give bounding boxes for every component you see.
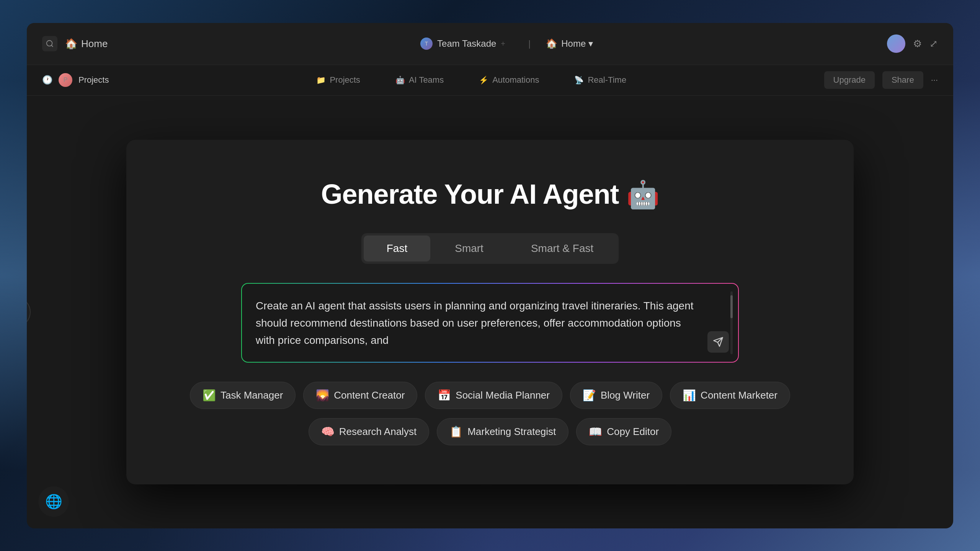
nav-tabs: 📁 Projects 🤖 AI Teams ⚡ Automations 📡 Re… [138,73,805,87]
chip-social-media-planner[interactable]: 📅 Social Media Planner [425,382,562,409]
top-bar: 🏠 Home T Team Taskade + | 🏠 Home ▾ ⚙ ⤢ [27,23,953,65]
team-avatar: T [420,38,433,50]
nav-tab-projects[interactable]: 📁 Projects [310,73,366,87]
team-name: Team Taskade [437,38,496,49]
home-tab[interactable]: 🏠 Home ▾ [546,38,593,49]
user-avatar[interactable] [887,34,905,53]
page-title-text: Generate Your AI Agent [321,179,619,209]
top-bar-left: 🏠 Home [42,36,119,51]
chip-copy-editor[interactable]: 📖 Copy Editor [576,418,671,445]
chip-blog-writer-label: Blog Writer [601,389,650,401]
chip-copy-editor-label: Copy Editor [607,426,659,438]
robot-emoji: 🤖 [626,180,659,209]
share-button[interactable]: Share [882,71,923,89]
chip-blog-writer-icon: 📝 [583,389,596,402]
send-button[interactable] [707,331,729,353]
mode-tab-smart[interactable]: Smart [432,235,506,262]
sidebar-nav: 🕐 P Projects [42,73,119,87]
nav-tab-automations[interactable]: ⚡ Automations [473,73,545,87]
main-content: 🌐 Generate Your AI Agent 🤖 Fast Smart Sm… [27,96,953,528]
share-label: Share [892,75,914,85]
modal-card: Generate Your AI Agent 🤖 Fast Smart Smar… [126,140,854,484]
chip-social-media-label: Social Media Planner [456,389,550,401]
nav-tab-projects-label: Projects [330,75,360,85]
mode-tab-smart-fast[interactable]: Smart & Fast [508,235,616,262]
search-icon[interactable] [42,36,57,51]
chip-content-creator[interactable]: 🌄 Content Creator [303,382,417,409]
sidebar-globe-icon[interactable]: 🌐 [27,297,31,327]
prompt-textarea[interactable] [242,284,738,360]
prompt-wrapper [241,283,739,363]
plus-icon: + [501,39,505,48]
bottom-globe-icon[interactable]: 🌐 [38,486,69,517]
projects-icon: 📁 [316,75,326,85]
chip-content-marketer-label: Content Marketer [701,389,777,401]
chip-content-marketer-icon: 📊 [683,389,696,402]
chip-marketing-icon: 📋 [449,425,463,438]
upgrade-button[interactable]: Upgrade [824,71,875,89]
chip-copy-editor-icon: 📖 [589,425,602,438]
home-tab-label: Home ▾ [561,38,593,49]
settings-icon[interactable]: ⚙ [913,38,922,50]
scrollbar-thumb [730,295,733,318]
chips-row-1: ✅ Task Manager 🌄 Content Creator 📅 Socia… [190,382,790,409]
projects-label[interactable]: Projects [78,75,109,85]
nav-tab-realtime[interactable]: 📡 Real-Time [568,73,632,87]
chip-research-analyst[interactable]: 🧠 Research Analyst [309,418,429,445]
page-title: Generate Your AI Agent 🤖 [321,178,659,210]
home-icon: 🏠 [65,38,77,50]
nav-tab-ai-teams-label: AI Teams [409,75,444,85]
top-bar-center: T Team Taskade + | 🏠 Home ▾ [130,34,875,53]
chip-marketing-label: Marketing Strategist [467,426,556,438]
svg-point-0 [47,41,52,46]
chip-content-creator-icon: 🌄 [316,389,329,402]
automations-icon: ⚡ [479,75,488,85]
chip-social-media-icon: 📅 [438,389,451,402]
nav-tab-automations-label: Automations [492,75,539,85]
chip-task-manager-label: Task Manager [220,389,283,401]
clock-icon: 🕐 [42,75,52,85]
chip-blog-writer[interactable]: 📝 Blog Writer [570,382,662,409]
chips-row-2: 🧠 Research Analyst 📋 Marketing Strategis… [309,418,671,445]
ai-teams-icon: 🤖 [395,75,405,85]
nav-tab-ai-teams[interactable]: 🤖 AI Teams [389,73,450,87]
nav-tab-realtime-label: Real-Time [588,75,626,85]
mode-tab-fast[interactable]: Fast [364,235,430,262]
home-label: Home [81,38,108,50]
send-icon [713,337,724,347]
chip-content-marketer[interactable]: 📊 Content Marketer [670,382,790,409]
upgrade-label: Upgrade [833,75,866,85]
team-tab[interactable]: T Team Taskade + [413,34,513,53]
tab-divider: | [528,38,531,49]
home-tab-icon: 🏠 [546,38,557,49]
chip-marketing-strategist[interactable]: 📋 Marketing Strategist [437,418,568,445]
app-window: 🏠 Home T Team Taskade + | 🏠 Home ▾ ⚙ ⤢ 🕐 [27,23,953,528]
chip-research-icon: 🧠 [321,425,335,438]
scrollbar-track [730,291,733,354]
user-avatar-small[interactable]: P [59,73,72,87]
chip-content-creator-label: Content Creator [334,389,405,401]
chip-task-manager-icon: ✅ [203,389,216,402]
realtime-icon: 📡 [574,75,584,85]
svg-line-1 [51,45,53,47]
prompt-inner [242,284,738,362]
more-icon[interactable]: ··· [931,75,938,85]
chip-task-manager[interactable]: ✅ Task Manager [190,382,296,409]
chips-container: ✅ Task Manager 🌄 Content Creator 📅 Socia… [190,382,790,445]
mode-tabs: Fast Smart Smart & Fast [361,233,619,264]
chip-research-label: Research Analyst [339,426,416,438]
top-bar-right: ⚙ ⤢ [887,34,938,53]
nav-right: Upgrade Share ··· [824,71,938,89]
home-nav-item[interactable]: 🏠 Home [65,38,108,50]
expand-icon[interactable]: ⤢ [929,38,938,50]
second-bar: 🕐 P Projects 📁 Projects 🤖 AI Teams ⚡ Aut… [27,65,953,96]
